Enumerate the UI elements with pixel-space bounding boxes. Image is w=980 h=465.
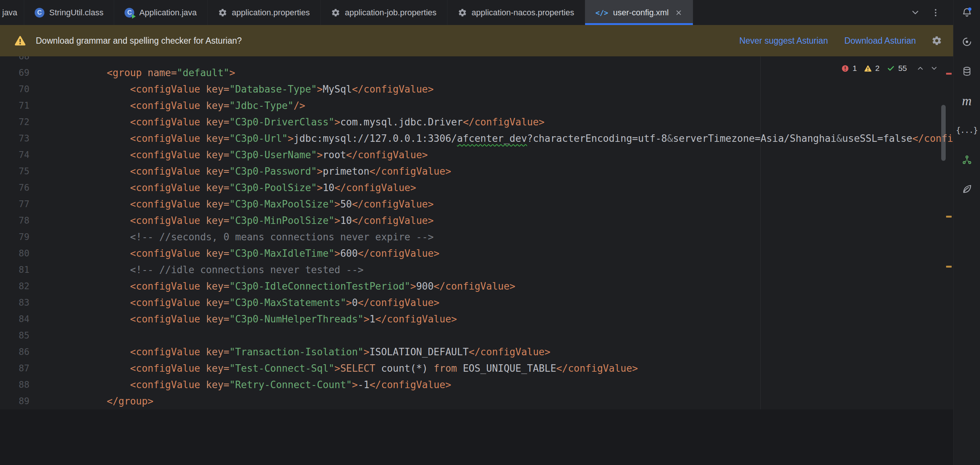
line-number[interactable]: 83 bbox=[0, 297, 29, 308]
line-number[interactable]: 84 bbox=[0, 314, 29, 324]
tab-label: java bbox=[2, 8, 17, 18]
code-text[interactable]: <configValue key="Test-Connect-Sql">SELE… bbox=[60, 363, 638, 374]
code-text[interactable]: <configValue key="C3p0-UserName">root</c… bbox=[60, 149, 428, 160]
database-icon bbox=[962, 66, 972, 77]
tab-options-button[interactable] bbox=[931, 8, 940, 18]
tab-bar-actions bbox=[910, 0, 953, 25]
line-number[interactable]: 81 bbox=[0, 265, 29, 275]
endpoints-icon: {...} bbox=[956, 126, 977, 135]
line-number[interactable]: 86 bbox=[0, 347, 29, 357]
code-text[interactable]: <!-- //seconds, 0 means connections neve… bbox=[60, 232, 434, 243]
line-number[interactable]: 79 bbox=[0, 232, 29, 242]
stripe-mark-warning[interactable] bbox=[946, 216, 952, 217]
leaf-icon bbox=[961, 184, 972, 195]
xml-file-icon: </> bbox=[595, 9, 608, 17]
close-tab-button[interactable] bbox=[675, 9, 682, 16]
line-number[interactable]: 82 bbox=[0, 281, 29, 291]
tab-label: application.properties bbox=[232, 8, 310, 18]
line-number[interactable]: 70 bbox=[0, 84, 29, 94]
code-editor: 6869 <group name="default">70 <configVal… bbox=[0, 56, 953, 465]
endpoints-button[interactable]: {...} bbox=[959, 122, 975, 139]
maven-button[interactable]: m bbox=[959, 93, 975, 109]
ai-assistant-button[interactable] bbox=[959, 34, 975, 50]
download-link[interactable]: Download Asturian bbox=[844, 36, 916, 46]
line-number[interactable]: 87 bbox=[0, 363, 29, 374]
code-text[interactable]: <configValue key="C3p0-MaxStatements">0<… bbox=[60, 297, 440, 308]
stripe-mark-error[interactable] bbox=[946, 73, 952, 75]
code-line: 86 <configValue key="Transaction-Isolati… bbox=[0, 344, 953, 360]
tab-application-nacos.properties[interactable]: application-nacos.properties bbox=[447, 0, 585, 25]
main-area: javaCStringUtil.classCApplication.javaap… bbox=[0, 0, 953, 465]
code-line: 83 <configValue key="C3p0-MaxStatements"… bbox=[0, 294, 953, 311]
code-area[interactable]: 6869 <group name="default">70 <configVal… bbox=[0, 56, 953, 409]
code-text[interactable]: <configValue key="C3p0-MinPoolSize">10</… bbox=[60, 215, 434, 226]
chevron-down-icon bbox=[930, 64, 938, 72]
line-number[interactable]: 75 bbox=[0, 166, 29, 177]
line-number[interactable]: 68 bbox=[0, 56, 29, 62]
code-text[interactable]: </group> bbox=[60, 396, 153, 407]
never-suggest-link[interactable]: Never suggest Asturian bbox=[739, 36, 828, 46]
code-text[interactable]: <!-- //idle connections never tested --> bbox=[60, 264, 364, 275]
line-number[interactable]: 73 bbox=[0, 133, 29, 144]
code-line: 71 <configValue key="Jdbc-Type"/> bbox=[0, 97, 953, 114]
editor-tabs: javaCStringUtil.classCApplication.javaap… bbox=[0, 0, 693, 25]
code-text[interactable]: <configValue key="C3p0-DriverClass">com.… bbox=[60, 117, 544, 128]
code-line: 75 <configValue key="C3p0-Password">prim… bbox=[0, 163, 953, 179]
gear-icon bbox=[331, 8, 340, 17]
code-text[interactable]: <configValue key="C3p0-IdleConnectionTes… bbox=[60, 281, 515, 292]
tab-application.properties[interactable]: application.properties bbox=[208, 0, 321, 25]
line-number[interactable]: 76 bbox=[0, 182, 29, 193]
hidden-tabs-button[interactable] bbox=[910, 8, 920, 18]
tab-label: user-config.xml bbox=[613, 8, 669, 18]
prev-issue-button[interactable] bbox=[916, 64, 924, 72]
inspections-widget[interactable]: 1 2 55 bbox=[841, 64, 938, 73]
tab-Application.java[interactable]: CApplication.java bbox=[114, 0, 207, 25]
code-text[interactable]: <configValue key="C3p0-MaxPoolSize">50</… bbox=[60, 198, 434, 210]
code-text[interactable]: <configValue key="Jdbc-Type"/> bbox=[60, 100, 305, 111]
code-text[interactable]: <configValue key="C3p0-MaxIdleTime">600<… bbox=[60, 248, 440, 259]
stripe-mark-warning[interactable] bbox=[946, 266, 952, 268]
maven-icon: m bbox=[962, 94, 972, 107]
line-number[interactable]: 80 bbox=[0, 248, 29, 259]
code-text[interactable]: <configValue key="C3p0-PoolSize">10</con… bbox=[60, 182, 416, 193]
line-number[interactable]: 88 bbox=[0, 380, 29, 390]
code-text[interactable]: <configValue key="Transaction-Isolation"… bbox=[60, 346, 550, 358]
code-line: 68 bbox=[0, 56, 953, 65]
line-number[interactable]: 69 bbox=[0, 67, 29, 78]
code-line: 79 <!-- //seconds, 0 means connections n… bbox=[0, 229, 953, 245]
tab-application-job.properties[interactable]: application-job.properties bbox=[321, 0, 447, 25]
code-line: 88 <configValue key="Retry-Connect-Count… bbox=[0, 377, 953, 393]
code-text[interactable]: <configValue key="C3p0-NumHelperThreads"… bbox=[60, 313, 457, 325]
spring-button[interactable] bbox=[959, 181, 975, 197]
line-number[interactable]: 74 bbox=[0, 150, 29, 160]
gear-icon[interactable] bbox=[932, 35, 942, 46]
code-line: 84 <configValue key="C3p0-NumHelperThrea… bbox=[0, 311, 953, 327]
line-number[interactable]: 72 bbox=[0, 117, 29, 127]
line-number[interactable]: 71 bbox=[0, 101, 29, 111]
tab-StringUtil.class[interactable]: CStringUtil.class bbox=[24, 0, 114, 25]
kebab-menu-icon bbox=[931, 8, 940, 18]
code-text[interactable]: <configValue key="Database-Type">MySql</… bbox=[60, 84, 434, 95]
tab-clipped[interactable]: java bbox=[0, 0, 24, 25]
editor-tab-bar: javaCStringUtil.classCApplication.javaap… bbox=[0, 0, 953, 25]
code-text[interactable]: <configValue key="C3p0-Url">jdbc:mysql:/… bbox=[60, 133, 953, 144]
tab-user-config.xml[interactable]: </>user-config.xml bbox=[585, 0, 693, 25]
code-text[interactable]: <group name="default"> bbox=[60, 67, 235, 78]
gear-icon bbox=[218, 8, 227, 17]
vertical-scrollbar[interactable] bbox=[941, 105, 946, 161]
notifications-button[interactable] bbox=[959, 4, 975, 21]
tab-label: application-nacos.properties bbox=[472, 8, 574, 18]
code-line: 85 bbox=[0, 327, 953, 344]
code-text[interactable]: <configValue key="C3p0-Password">primeto… bbox=[60, 166, 451, 177]
modules-button[interactable] bbox=[959, 152, 975, 168]
error-icon bbox=[841, 65, 849, 72]
line-number[interactable]: 89 bbox=[0, 396, 29, 406]
code-line: 72 <configValue key="C3p0-DriverClass">c… bbox=[0, 114, 953, 130]
banner-message: Download grammar and spelling checker fo… bbox=[36, 36, 242, 46]
code-text[interactable]: <configValue key="Retry-Connect-Count">-… bbox=[60, 379, 451, 390]
next-issue-button[interactable] bbox=[930, 64, 938, 72]
line-number[interactable]: 85 bbox=[0, 330, 29, 341]
database-button[interactable] bbox=[959, 63, 975, 80]
line-number[interactable]: 77 bbox=[0, 199, 29, 209]
line-number[interactable]: 78 bbox=[0, 215, 29, 226]
